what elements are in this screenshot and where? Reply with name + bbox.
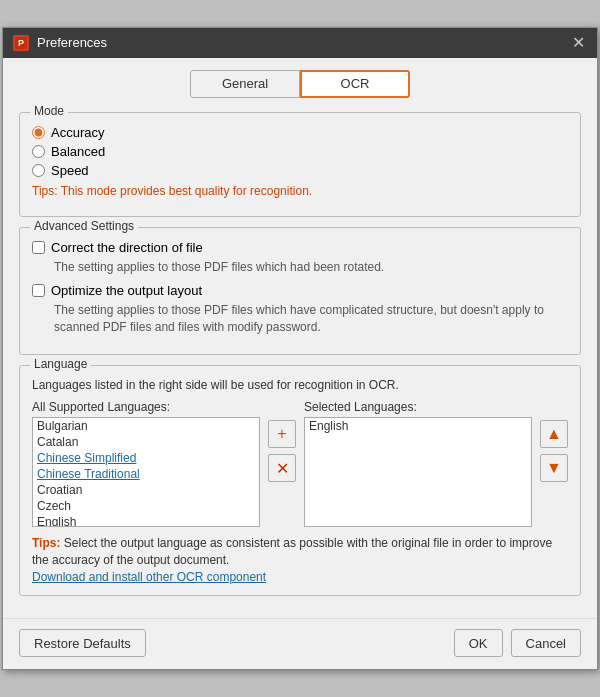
bottom-right-buttons: OK Cancel [454,629,581,657]
lang-bulgarian[interactable]: Bulgarian [33,418,259,434]
svg-text:P: P [18,38,24,48]
selected-languages-label: Selected Languages: [304,400,532,414]
add-language-button[interactable]: + [268,420,296,448]
mode-balanced-radio[interactable] [32,145,45,158]
mode-speed-radio[interactable] [32,164,45,177]
title-bar: P Preferences ✕ [3,28,597,58]
remove-language-button[interactable]: ✕ [268,454,296,482]
tips-label: Tips: [32,536,60,550]
lang-english[interactable]: English [33,514,259,527]
advanced-settings-section: Advanced Settings Correct the direction … [19,227,581,355]
correct-direction-checkbox[interactable]: Correct the direction of file [32,240,568,255]
ok-button[interactable]: OK [454,629,503,657]
optimize-layout-input[interactable] [32,284,45,297]
selected-languages-listbox[interactable]: English [304,417,532,527]
mode-accuracy-radio[interactable] [32,126,45,139]
lang-croatian[interactable]: Croatian [33,482,259,498]
lang-catalan[interactable]: Catalan [33,434,259,450]
lang-czech[interactable]: Czech [33,498,259,514]
window-title: Preferences [37,35,569,50]
optimize-layout-checkbox[interactable]: Optimize the output layout [32,283,568,298]
all-languages-label: All Supported Languages: [32,400,260,414]
optimize-layout-label: Optimize the output layout [51,283,202,298]
mode-section: Mode Accuracy Balanced Speed Tips: This … [19,112,581,217]
mode-section-label: Mode [30,104,68,118]
mode-speed-label: Speed [51,163,89,178]
advanced-section-label: Advanced Settings [30,219,138,233]
mode-radio-group: Accuracy Balanced Speed [32,125,568,178]
preferences-window: P Preferences ✕ General OCR Mode Accurac… [2,27,598,671]
language-description: Languages listed in the right side will … [32,378,568,392]
restore-defaults-button[interactable]: Restore Defaults [19,629,146,657]
mode-speed[interactable]: Speed [32,163,568,178]
correct-direction-label: Correct the direction of file [51,240,203,255]
language-section-label: Language [30,357,91,371]
mode-balanced-label: Balanced [51,144,105,159]
tab-ocr[interactable]: OCR [300,70,410,98]
lang-updown-buttons: ▲ ▼ [540,400,568,482]
mode-tips: Tips: This mode provides best quality fo… [32,184,568,198]
lang-add-remove-buttons: + ✕ [268,400,296,482]
mode-accuracy-label: Accuracy [51,125,104,140]
language-tips: Tips: Select the output language as cons… [32,535,568,585]
selected-languages-col: Selected Languages: English [304,400,532,527]
main-content: General OCR Mode Accuracy Balanced Speed [3,58,597,619]
move-language-down-button[interactable]: ▼ [540,454,568,482]
download-ocr-link[interactable]: Download and install other OCR component [32,570,266,584]
selected-lang-english[interactable]: English [305,418,531,434]
cancel-button[interactable]: Cancel [511,629,581,657]
tab-bar: General OCR [19,70,581,98]
app-icon: P [13,35,29,51]
close-button[interactable]: ✕ [569,34,587,52]
all-languages-listbox[interactable]: Bulgarian Catalan Chinese Simplified Chi… [32,417,260,527]
all-languages-col: All Supported Languages: Bulgarian Catal… [32,400,260,527]
move-language-up-button[interactable]: ▲ [540,420,568,448]
correct-direction-input[interactable] [32,241,45,254]
lang-chinese-simplified[interactable]: Chinese Simplified [33,450,259,466]
tab-general[interactable]: General [190,70,300,98]
mode-accuracy[interactable]: Accuracy [32,125,568,140]
optimize-layout-subtext: The setting applies to those PDF files w… [54,302,568,336]
tips-text: Select the output language as consistent… [32,536,552,567]
bottom-bar: Restore Defaults OK Cancel [3,618,597,669]
mode-balanced[interactable]: Balanced [32,144,568,159]
lang-chinese-traditional[interactable]: Chinese Traditional [33,466,259,482]
correct-direction-subtext: The setting applies to those PDF files w… [54,259,568,276]
language-section: Language Languages listed in the right s… [19,365,581,596]
language-columns: All Supported Languages: Bulgarian Catal… [32,400,568,527]
